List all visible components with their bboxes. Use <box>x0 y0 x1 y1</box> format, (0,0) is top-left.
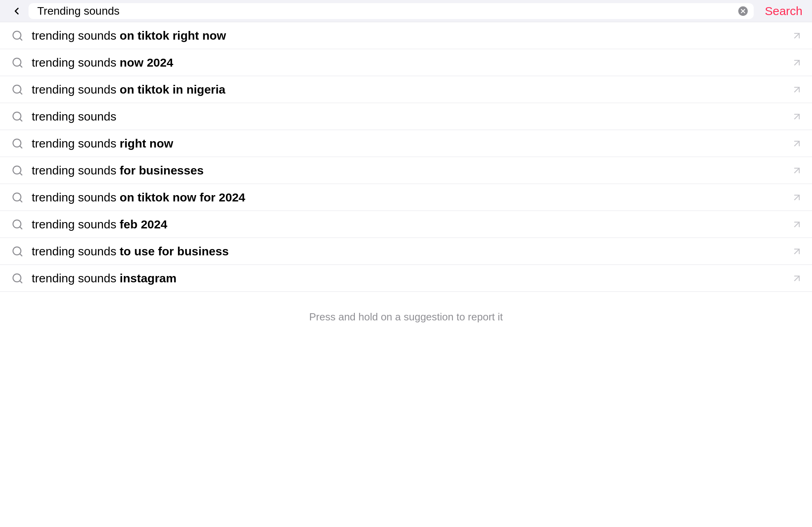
suggestion-text: trending sounds feb 2024 <box>32 218 791 231</box>
suggestions-list: trending sounds on tiktok right now tren… <box>0 22 812 292</box>
suggestion-arrow-icon <box>791 165 802 176</box>
footer-hint: Press and hold on a suggestion to report… <box>0 292 812 333</box>
suggestion-search-icon <box>10 243 25 259</box>
search-submit-button[interactable]: Search <box>758 4 802 18</box>
search-input[interactable] <box>37 5 735 17</box>
suggestion-item[interactable]: trending sounds on tiktok right now <box>0 22 812 49</box>
suggestion-item[interactable]: trending sounds to use for business <box>0 238 812 265</box>
suggestion-item[interactable]: trending sounds for businesses <box>0 157 812 184</box>
svg-line-28 <box>795 222 799 227</box>
svg-line-7 <box>795 33 799 38</box>
suggestion-search-icon <box>10 217 25 232</box>
suggestion-item[interactable]: trending sounds on tiktok now for 2024 <box>0 184 812 211</box>
suggestion-text: trending sounds on tiktok in nigeria <box>32 83 791 96</box>
suggestion-arrow-icon <box>791 246 802 257</box>
svg-line-12 <box>20 92 22 94</box>
suggestion-search-icon <box>10 163 25 178</box>
svg-line-9 <box>20 65 22 67</box>
suggestion-text: trending sounds instagram <box>32 272 791 285</box>
suggestion-search-icon <box>10 136 25 151</box>
svg-line-33 <box>20 280 22 282</box>
clear-button[interactable] <box>738 6 748 16</box>
svg-line-18 <box>20 146 22 148</box>
suggestion-search-icon <box>10 190 25 205</box>
suggestion-search-icon <box>10 109 25 125</box>
search-header: Search <box>0 0 812 22</box>
search-bar <box>29 3 754 19</box>
svg-line-13 <box>795 87 799 92</box>
suggestion-text: trending sounds on tiktok now for 2024 <box>32 191 791 204</box>
suggestion-arrow-icon <box>791 57 802 68</box>
suggestion-arrow-icon <box>791 273 802 284</box>
suggestion-arrow-icon <box>791 111 802 122</box>
suggestion-text: trending sounds now 2024 <box>32 56 791 69</box>
suggestion-search-icon <box>10 270 25 286</box>
svg-line-16 <box>795 114 799 119</box>
svg-line-19 <box>795 141 799 146</box>
suggestion-search-icon <box>10 28 25 44</box>
svg-line-30 <box>20 253 22 255</box>
suggestion-text: trending sounds right now <box>32 137 791 150</box>
suggestion-arrow-icon <box>791 84 802 95</box>
suggestion-search-icon <box>10 55 25 71</box>
suggestion-arrow-icon <box>791 138 802 149</box>
suggestion-item[interactable]: trending sounds now 2024 <box>0 49 812 76</box>
suggestion-item[interactable]: trending sounds feb 2024 <box>0 211 812 238</box>
svg-line-6 <box>20 38 22 40</box>
back-button[interactable] <box>10 4 24 18</box>
suggestion-text: trending sounds on tiktok right now <box>32 29 791 42</box>
suggestion-item[interactable]: trending sounds right now <box>0 130 812 157</box>
suggestion-arrow-icon <box>791 30 802 41</box>
svg-line-22 <box>795 168 799 173</box>
suggestion-text: trending sounds <box>32 110 791 123</box>
suggestion-search-icon <box>10 82 25 98</box>
suggestion-arrow-icon <box>791 219 802 230</box>
svg-line-25 <box>795 195 799 200</box>
svg-line-21 <box>20 172 22 174</box>
svg-line-31 <box>795 249 799 254</box>
suggestion-item[interactable]: trending sounds <box>0 103 812 130</box>
suggestion-text: trending sounds to use for business <box>32 245 791 258</box>
svg-line-15 <box>20 119 22 121</box>
suggestion-text: trending sounds for businesses <box>32 164 791 177</box>
svg-line-27 <box>20 226 22 228</box>
svg-line-34 <box>795 276 799 281</box>
svg-line-10 <box>795 60 799 65</box>
svg-line-24 <box>20 199 22 201</box>
suggestion-arrow-icon <box>791 192 802 203</box>
suggestion-item[interactable]: trending sounds instagram <box>0 265 812 292</box>
suggestion-item[interactable]: trending sounds on tiktok in nigeria <box>0 76 812 103</box>
